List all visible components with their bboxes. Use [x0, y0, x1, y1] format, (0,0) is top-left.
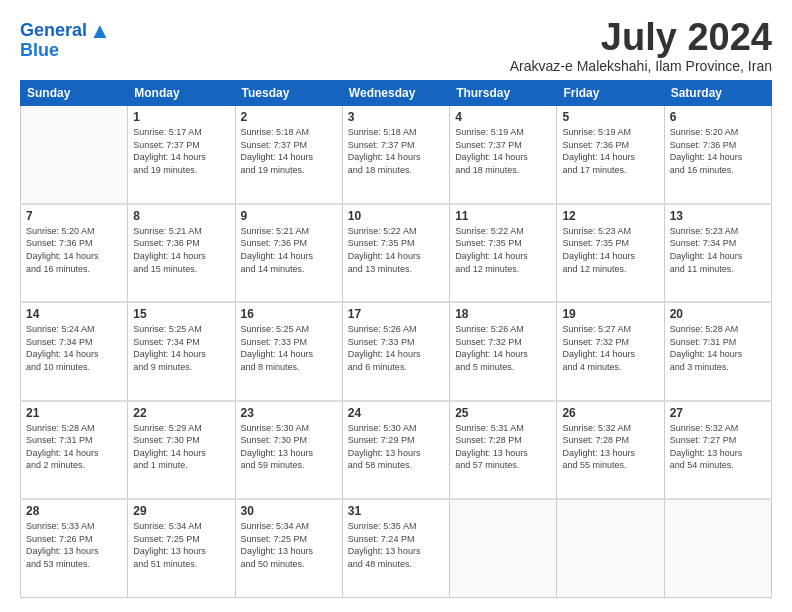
- calendar-cell: 28Sunrise: 5:33 AM Sunset: 7:26 PM Dayli…: [21, 499, 128, 597]
- day-number: 4: [455, 110, 551, 124]
- calendar-cell: 2Sunrise: 5:18 AM Sunset: 7:37 PM Daylig…: [235, 106, 342, 204]
- calendar-week-row: 14Sunrise: 5:24 AM Sunset: 7:34 PM Dayli…: [21, 302, 772, 400]
- day-number: 16: [241, 307, 337, 321]
- day-number: 17: [348, 307, 444, 321]
- day-info: Sunrise: 5:35 AM Sunset: 7:24 PM Dayligh…: [348, 520, 444, 570]
- day-number: 26: [562, 406, 658, 420]
- calendar-cell: 22Sunrise: 5:29 AM Sunset: 7:30 PM Dayli…: [128, 401, 235, 499]
- calendar-cell: [21, 106, 128, 204]
- calendar-week-row: 7Sunrise: 5:20 AM Sunset: 7:36 PM Daylig…: [21, 204, 772, 302]
- day-info: Sunrise: 5:22 AM Sunset: 7:35 PM Dayligh…: [455, 225, 551, 275]
- day-number: 10: [348, 209, 444, 223]
- day-info: Sunrise: 5:21 AM Sunset: 7:36 PM Dayligh…: [133, 225, 229, 275]
- calendar-cell: 6Sunrise: 5:20 AM Sunset: 7:36 PM Daylig…: [664, 106, 771, 204]
- day-number: 30: [241, 504, 337, 518]
- day-info: Sunrise: 5:33 AM Sunset: 7:26 PM Dayligh…: [26, 520, 122, 570]
- day-info: Sunrise: 5:31 AM Sunset: 7:28 PM Dayligh…: [455, 422, 551, 472]
- day-number: 19: [562, 307, 658, 321]
- day-number: 31: [348, 504, 444, 518]
- day-info: Sunrise: 5:19 AM Sunset: 7:36 PM Dayligh…: [562, 126, 658, 176]
- logo-text: General: [20, 21, 87, 41]
- calendar-cell: 7Sunrise: 5:20 AM Sunset: 7:36 PM Daylig…: [21, 204, 128, 302]
- calendar-cell: 20Sunrise: 5:28 AM Sunset: 7:31 PM Dayli…: [664, 302, 771, 400]
- day-number: 7: [26, 209, 122, 223]
- day-info: Sunrise: 5:27 AM Sunset: 7:32 PM Dayligh…: [562, 323, 658, 373]
- calendar-cell: 11Sunrise: 5:22 AM Sunset: 7:35 PM Dayli…: [450, 204, 557, 302]
- col-header-monday: Monday: [128, 81, 235, 106]
- calendar-table: SundayMondayTuesdayWednesdayThursdayFrid…: [20, 80, 772, 598]
- page: General ▲ Blue July 2024 Arakvaz-e Malek…: [0, 0, 792, 612]
- col-header-sunday: Sunday: [21, 81, 128, 106]
- calendar-week-row: 1Sunrise: 5:17 AM Sunset: 7:37 PM Daylig…: [21, 106, 772, 204]
- day-info: Sunrise: 5:28 AM Sunset: 7:31 PM Dayligh…: [670, 323, 766, 373]
- calendar-cell: 31Sunrise: 5:35 AM Sunset: 7:24 PM Dayli…: [342, 499, 449, 597]
- day-info: Sunrise: 5:32 AM Sunset: 7:28 PM Dayligh…: [562, 422, 658, 472]
- calendar-cell: [664, 499, 771, 597]
- day-info: Sunrise: 5:25 AM Sunset: 7:33 PM Dayligh…: [241, 323, 337, 373]
- day-number: 8: [133, 209, 229, 223]
- header: General ▲ Blue July 2024 Arakvaz-e Malek…: [20, 18, 772, 74]
- day-info: Sunrise: 5:28 AM Sunset: 7:31 PM Dayligh…: [26, 422, 122, 472]
- day-info: Sunrise: 5:25 AM Sunset: 7:34 PM Dayligh…: [133, 323, 229, 373]
- day-number: 2: [241, 110, 337, 124]
- col-header-tuesday: Tuesday: [235, 81, 342, 106]
- day-number: 14: [26, 307, 122, 321]
- day-number: 25: [455, 406, 551, 420]
- logo: General ▲ Blue: [20, 18, 111, 61]
- calendar-cell: 16Sunrise: 5:25 AM Sunset: 7:33 PM Dayli…: [235, 302, 342, 400]
- day-info: Sunrise: 5:34 AM Sunset: 7:25 PM Dayligh…: [241, 520, 337, 570]
- logo-general: General: [20, 20, 87, 40]
- calendar-cell: 15Sunrise: 5:25 AM Sunset: 7:34 PM Dayli…: [128, 302, 235, 400]
- day-number: 1: [133, 110, 229, 124]
- day-info: Sunrise: 5:32 AM Sunset: 7:27 PM Dayligh…: [670, 422, 766, 472]
- day-info: Sunrise: 5:18 AM Sunset: 7:37 PM Dayligh…: [241, 126, 337, 176]
- calendar-cell: 8Sunrise: 5:21 AM Sunset: 7:36 PM Daylig…: [128, 204, 235, 302]
- day-number: 12: [562, 209, 658, 223]
- calendar-cell: 27Sunrise: 5:32 AM Sunset: 7:27 PM Dayli…: [664, 401, 771, 499]
- calendar-cell: 25Sunrise: 5:31 AM Sunset: 7:28 PM Dayli…: [450, 401, 557, 499]
- calendar-cell: [450, 499, 557, 597]
- calendar-cell: 1Sunrise: 5:17 AM Sunset: 7:37 PM Daylig…: [128, 106, 235, 204]
- calendar-cell: [557, 499, 664, 597]
- calendar-cell: 12Sunrise: 5:23 AM Sunset: 7:35 PM Dayli…: [557, 204, 664, 302]
- col-header-wednesday: Wednesday: [342, 81, 449, 106]
- day-number: 15: [133, 307, 229, 321]
- logo-bird-icon: ▲: [89, 18, 111, 44]
- day-info: Sunrise: 5:20 AM Sunset: 7:36 PM Dayligh…: [26, 225, 122, 275]
- day-number: 11: [455, 209, 551, 223]
- day-number: 28: [26, 504, 122, 518]
- day-info: Sunrise: 5:21 AM Sunset: 7:36 PM Dayligh…: [241, 225, 337, 275]
- day-info: Sunrise: 5:17 AM Sunset: 7:37 PM Dayligh…: [133, 126, 229, 176]
- calendar-cell: 4Sunrise: 5:19 AM Sunset: 7:37 PM Daylig…: [450, 106, 557, 204]
- calendar-cell: 17Sunrise: 5:26 AM Sunset: 7:33 PM Dayli…: [342, 302, 449, 400]
- day-number: 13: [670, 209, 766, 223]
- day-number: 9: [241, 209, 337, 223]
- day-info: Sunrise: 5:23 AM Sunset: 7:35 PM Dayligh…: [562, 225, 658, 275]
- day-info: Sunrise: 5:19 AM Sunset: 7:37 PM Dayligh…: [455, 126, 551, 176]
- calendar-cell: 9Sunrise: 5:21 AM Sunset: 7:36 PM Daylig…: [235, 204, 342, 302]
- calendar-cell: 21Sunrise: 5:28 AM Sunset: 7:31 PM Dayli…: [21, 401, 128, 499]
- day-number: 24: [348, 406, 444, 420]
- day-info: Sunrise: 5:18 AM Sunset: 7:37 PM Dayligh…: [348, 126, 444, 176]
- day-info: Sunrise: 5:30 AM Sunset: 7:29 PM Dayligh…: [348, 422, 444, 472]
- calendar-cell: 14Sunrise: 5:24 AM Sunset: 7:34 PM Dayli…: [21, 302, 128, 400]
- location-title: Arakvaz-e Malekshahi, Ilam Province, Ira…: [510, 58, 772, 74]
- day-number: 18: [455, 307, 551, 321]
- calendar-cell: 23Sunrise: 5:30 AM Sunset: 7:30 PM Dayli…: [235, 401, 342, 499]
- day-number: 29: [133, 504, 229, 518]
- day-info: Sunrise: 5:29 AM Sunset: 7:30 PM Dayligh…: [133, 422, 229, 472]
- day-info: Sunrise: 5:34 AM Sunset: 7:25 PM Dayligh…: [133, 520, 229, 570]
- col-header-thursday: Thursday: [450, 81, 557, 106]
- day-info: Sunrise: 5:26 AM Sunset: 7:33 PM Dayligh…: [348, 323, 444, 373]
- calendar-cell: 29Sunrise: 5:34 AM Sunset: 7:25 PM Dayli…: [128, 499, 235, 597]
- day-info: Sunrise: 5:24 AM Sunset: 7:34 PM Dayligh…: [26, 323, 122, 373]
- calendar-cell: 18Sunrise: 5:26 AM Sunset: 7:32 PM Dayli…: [450, 302, 557, 400]
- day-number: 20: [670, 307, 766, 321]
- calendar-cell: 30Sunrise: 5:34 AM Sunset: 7:25 PM Dayli…: [235, 499, 342, 597]
- col-header-friday: Friday: [557, 81, 664, 106]
- day-info: Sunrise: 5:22 AM Sunset: 7:35 PM Dayligh…: [348, 225, 444, 275]
- calendar-cell: 5Sunrise: 5:19 AM Sunset: 7:36 PM Daylig…: [557, 106, 664, 204]
- calendar-cell: 19Sunrise: 5:27 AM Sunset: 7:32 PM Dayli…: [557, 302, 664, 400]
- day-number: 22: [133, 406, 229, 420]
- logo-blue: Blue: [20, 40, 59, 61]
